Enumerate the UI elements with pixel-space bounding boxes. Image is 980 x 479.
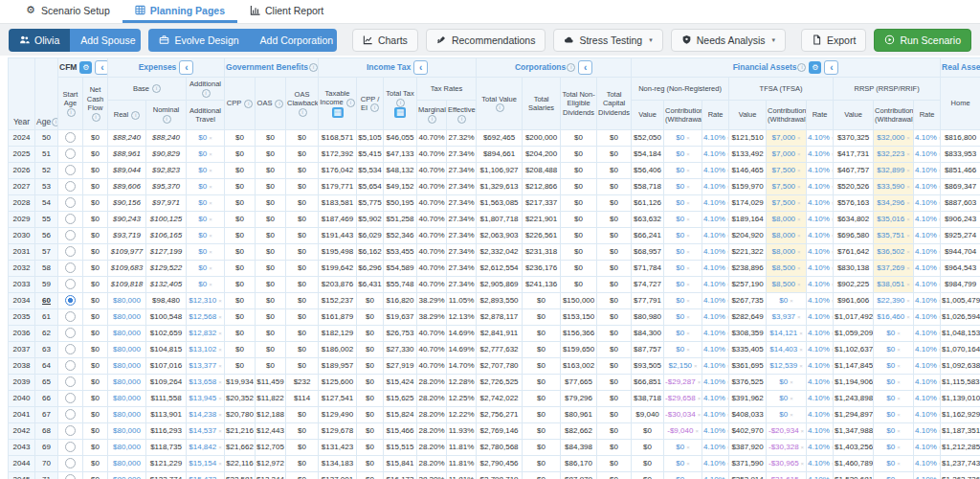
table-cell[interactable]: $12,539× — [767, 357, 807, 374]
table-cell[interactable]: $0× — [187, 129, 225, 146]
table-cell[interactable]: 4.10%× — [914, 390, 941, 406]
table-cell[interactable]: $80,000 — [108, 471, 146, 479]
add-corporation-button[interactable]: Add Corporation — [250, 29, 337, 52]
age-cell[interactable]: 60 — [35, 292, 58, 308]
remove-icon[interactable]: × — [797, 184, 801, 190]
table-cell[interactable]: 4.10%× — [914, 211, 941, 227]
table-cell[interactable]: 4.10%× — [807, 357, 834, 374]
table-cell[interactable]: $38,051× — [874, 276, 914, 292]
table-cell[interactable]: 4.10%× — [702, 390, 729, 406]
table-cell[interactable]: 4.10%× — [702, 471, 729, 479]
table-cell[interactable]: -$29,287× — [664, 374, 702, 390]
table-cell[interactable]: 4.10%× — [807, 325, 834, 341]
table-cell[interactable]: 4.10%× — [914, 146, 941, 162]
table-cell[interactable]: $80,000 — [108, 374, 146, 390]
remove-icon[interactable]: × — [686, 445, 690, 450]
info-icon[interactable]: i — [299, 108, 307, 117]
remove-icon[interactable]: × — [799, 331, 803, 336]
table-cell[interactable]: $80,000 — [108, 325, 146, 341]
remove-icon[interactable]: × — [218, 363, 222, 369]
remove-icon[interactable]: × — [797, 282, 801, 287]
remove-icon[interactable]: × — [694, 363, 698, 369]
table-cell[interactable]: $0× — [187, 260, 225, 276]
remove-icon[interactable]: × — [906, 151, 910, 157]
table-cell[interactable]: $0× — [187, 243, 225, 260]
table-cell[interactable]: 4.10%× — [914, 406, 941, 422]
table-cell[interactable]: 4.10%× — [702, 325, 729, 341]
recommendations-button[interactable]: Recommendations — [426, 29, 546, 52]
remove-icon[interactable]: × — [897, 379, 901, 385]
table-cell[interactable]: $0× — [664, 243, 702, 260]
start-age-radio[interactable] — [65, 214, 76, 224]
remove-icon[interactable]: × — [209, 200, 212, 206]
table-cell[interactable]: $80,000 — [108, 292, 146, 308]
table-cell[interactable]: $0× — [187, 162, 225, 178]
cfm-settings-button[interactable]: ⚙ — [79, 61, 92, 74]
remove-icon[interactable]: × — [218, 445, 222, 450]
table-cell[interactable]: $13,102× — [187, 341, 225, 357]
remove-icon[interactable]: × — [686, 314, 690, 320]
info-icon[interactable]: i — [275, 100, 283, 108]
remove-icon[interactable]: × — [897, 412, 901, 418]
info-icon[interactable]: i — [797, 63, 806, 72]
table-cell[interactable]: 4.10%× — [702, 260, 729, 276]
start-age-radio[interactable] — [65, 230, 76, 240]
info-icon[interactable]: i — [346, 99, 355, 107]
table-cell[interactable]: $0× — [874, 357, 914, 374]
table-cell[interactable]: 4.10%× — [914, 162, 941, 178]
remove-icon[interactable]: × — [797, 233, 801, 239]
table-cell[interactable]: -$20,934× — [767, 422, 807, 439]
remove-icon[interactable]: × — [906, 314, 910, 320]
remove-icon[interactable]: × — [797, 135, 801, 141]
collapse-corporations-button[interactable]: ‹ — [578, 60, 592, 75]
remove-icon[interactable]: × — [897, 363, 901, 369]
remove-icon[interactable]: × — [209, 282, 212, 287]
table-cell[interactable]: $22,390× — [874, 292, 914, 308]
start-age-radio[interactable] — [65, 328, 76, 338]
remove-icon[interactable]: × — [218, 379, 222, 385]
remove-icon[interactable]: × — [218, 396, 222, 401]
table-cell[interactable]: 4.10%× — [807, 243, 834, 260]
table-cell[interactable]: $16,460× — [874, 308, 914, 325]
table-cell[interactable]: $0× — [874, 455, 914, 471]
remove-icon[interactable]: × — [218, 314, 222, 320]
table-cell[interactable]: $0× — [874, 325, 914, 341]
table-cell[interactable]: $0× — [664, 471, 702, 479]
table-cell[interactable]: 4.10%× — [702, 455, 729, 471]
table-cell[interactable]: $7,000× — [767, 146, 807, 162]
remove-icon[interactable]: × — [906, 200, 910, 206]
remove-icon[interactable]: × — [698, 379, 702, 385]
total-tax-table-button[interactable]: ▦ — [394, 107, 406, 118]
remove-icon[interactable]: × — [897, 428, 901, 434]
table-cell[interactable]: 4.10%× — [914, 471, 941, 479]
remove-icon[interactable]: × — [686, 461, 690, 467]
table-cell[interactable]: 4.10%× — [807, 129, 834, 146]
table-cell[interactable]: $33,590× — [874, 178, 914, 194]
remove-icon[interactable]: × — [897, 461, 901, 467]
table-cell[interactable]: $12,310× — [187, 292, 225, 308]
stress-testing-button[interactable]: Stress Testing ▾ — [553, 29, 662, 52]
table-cell[interactable]: 4.10%× — [914, 129, 941, 146]
table-cell[interactable]: 4.10%× — [702, 422, 729, 439]
remove-icon[interactable]: × — [686, 331, 690, 336]
remove-icon[interactable]: × — [801, 445, 805, 450]
start-age-radio[interactable] — [65, 132, 76, 143]
remove-icon[interactable]: × — [906, 282, 910, 287]
table-cell[interactable]: 4.10%× — [702, 374, 729, 390]
table-cell[interactable]: $0× — [664, 260, 702, 276]
remove-icon[interactable]: × — [698, 412, 702, 418]
table-cell[interactable]: $80,000 — [108, 341, 146, 357]
table-cell[interactable]: $15,472× — [187, 471, 225, 479]
table-cell[interactable]: $0× — [767, 292, 807, 308]
table-cell[interactable]: -$9,040× — [664, 422, 702, 439]
table-cell[interactable]: $0× — [664, 194, 702, 211]
table-cell[interactable]: 4.10%× — [702, 308, 729, 325]
remove-icon[interactable]: × — [797, 200, 801, 206]
evolve-design-button[interactable]: Evolve Design — [148, 29, 249, 52]
remove-icon[interactable]: × — [209, 265, 212, 271]
remove-icon[interactable]: × — [209, 184, 212, 190]
table-cell[interactable]: $80,000 — [108, 455, 146, 471]
info-icon[interactable]: i — [457, 115, 466, 124]
remove-icon[interactable]: × — [906, 135, 910, 141]
remove-icon[interactable]: × — [799, 347, 803, 353]
